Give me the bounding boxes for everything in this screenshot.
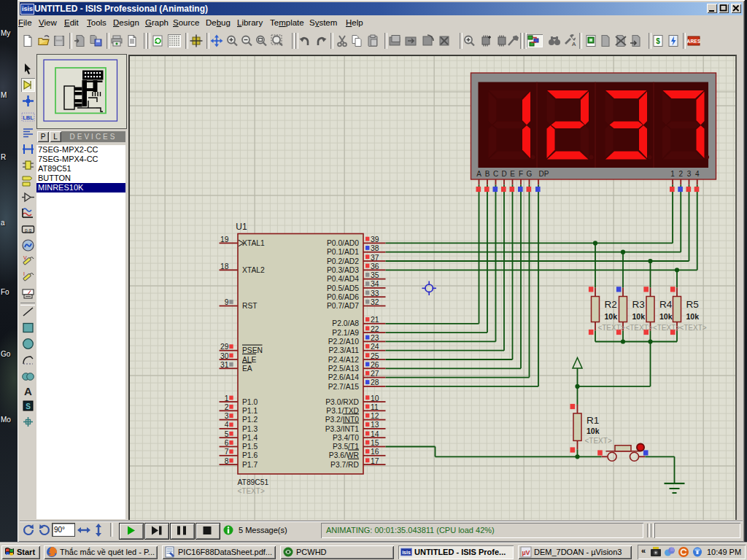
svg-text:1: 1 bbox=[224, 394, 228, 402]
svg-text:3: 3 bbox=[224, 412, 228, 420]
svg-text:P3.4/T0: P3.4/T0 bbox=[332, 433, 358, 441]
svg-text:A: A bbox=[476, 169, 481, 177]
svg-text:11: 11 bbox=[371, 402, 379, 411]
svg-text:6: 6 bbox=[224, 439, 228, 447]
svg-text:P0.6/AD6: P0.6/AD6 bbox=[326, 292, 358, 300]
svg-text:P2.7/A15: P2.7/A15 bbox=[328, 382, 359, 390]
svg-text:14: 14 bbox=[371, 429, 379, 438]
svg-text:DP: DP bbox=[538, 169, 549, 177]
svg-text:P2.6/A14: P2.6/A14 bbox=[328, 373, 359, 381]
svg-text:U1: U1 bbox=[236, 221, 247, 231]
svg-text:p.g: p.g bbox=[25, 228, 31, 233]
svg-text:<TEXT>: <TEXT> bbox=[652, 324, 679, 332]
svg-text:<TEXT>: <TEXT> bbox=[597, 324, 624, 332]
svg-text:4: 4 bbox=[224, 421, 228, 429]
svg-text:P3.7/RD: P3.7/RD bbox=[330, 460, 359, 468]
svg-text:16: 16 bbox=[371, 448, 379, 456]
svg-text:18: 18 bbox=[220, 262, 229, 270]
svg-text:17: 17 bbox=[371, 456, 379, 464]
svg-text:37: 37 bbox=[371, 253, 379, 261]
svg-text:A: A bbox=[24, 385, 32, 397]
svg-text:31: 31 bbox=[220, 360, 229, 368]
svg-text:10k: 10k bbox=[659, 311, 673, 320]
svg-text:21: 21 bbox=[371, 316, 379, 324]
svg-text:P1.1: P1.1 bbox=[242, 406, 258, 414]
svg-text:33: 33 bbox=[371, 289, 379, 297]
svg-text:R5: R5 bbox=[686, 298, 698, 309]
svg-text:P1.4: P1.4 bbox=[242, 433, 258, 441]
svg-text:R2: R2 bbox=[604, 298, 616, 309]
svg-text:P0.4/AD4: P0.4/AD4 bbox=[326, 275, 358, 283]
svg-text:P1.5: P1.5 bbox=[242, 443, 258, 451]
svg-text:P1.2: P1.2 bbox=[242, 416, 258, 424]
svg-text:13: 13 bbox=[371, 421, 379, 429]
svg-text:<TEXT>: <TEXT> bbox=[625, 324, 652, 332]
svg-text:30: 30 bbox=[220, 351, 229, 359]
svg-text:RST: RST bbox=[242, 302, 258, 310]
svg-text:R4: R4 bbox=[659, 298, 673, 309]
svg-text:10k: 10k bbox=[587, 427, 600, 435]
svg-text:32: 32 bbox=[371, 298, 379, 306]
svg-text:LBL: LBL bbox=[23, 114, 34, 121]
svg-text:P0.7/AD7: P0.7/AD7 bbox=[326, 302, 358, 310]
svg-text:35: 35 bbox=[371, 271, 379, 279]
svg-text:R3: R3 bbox=[632, 298, 644, 309]
svg-text:28: 28 bbox=[371, 378, 379, 386]
svg-text:10: 10 bbox=[371, 394, 379, 402]
svg-text:23: 23 bbox=[371, 333, 379, 341]
svg-text:7: 7 bbox=[224, 448, 228, 456]
svg-text:<TEXT>: <TEXT> bbox=[237, 487, 264, 495]
svg-text:G: G bbox=[526, 169, 532, 177]
svg-text:S: S bbox=[26, 402, 31, 411]
svg-text:25: 25 bbox=[371, 351, 379, 359]
svg-text:ALE: ALE bbox=[242, 355, 257, 363]
svg-text:P3.5/T1: P3.5/T1 bbox=[332, 443, 358, 451]
svg-text:PSEN: PSEN bbox=[242, 346, 263, 354]
svg-text:15: 15 bbox=[371, 439, 379, 447]
svg-text:P0.3/AD3: P0.3/AD3 bbox=[326, 265, 358, 273]
svg-text:D: D bbox=[501, 169, 506, 177]
svg-text:P3.3/INT1: P3.3/INT1 bbox=[325, 424, 359, 432]
svg-text:P2.1/A9: P2.1/A9 bbox=[332, 328, 359, 336]
svg-text:24: 24 bbox=[371, 343, 379, 351]
svg-text:isis: isis bbox=[402, 550, 411, 555]
svg-text:2: 2 bbox=[224, 402, 228, 411]
svg-text:2: 2 bbox=[678, 169, 683, 177]
svg-text:P1.0: P1.0 bbox=[242, 397, 258, 405]
svg-text:P1.3: P1.3 bbox=[242, 424, 258, 432]
svg-text:F: F bbox=[518, 169, 522, 177]
svg-text:3: 3 bbox=[686, 169, 691, 177]
svg-text:AT89C51: AT89C51 bbox=[237, 478, 268, 486]
svg-text:$: $ bbox=[656, 37, 660, 45]
svg-text:29: 29 bbox=[220, 343, 229, 351]
svg-text:P0.5/AD5: P0.5/AD5 bbox=[326, 284, 358, 292]
svg-text:P3.0/RXD: P3.0/RXD bbox=[325, 397, 359, 405]
svg-text:I: I bbox=[23, 271, 25, 276]
svg-text:B: B bbox=[484, 169, 489, 177]
svg-text:1: 1 bbox=[670, 169, 675, 177]
svg-text:P2.0/A8: P2.0/A8 bbox=[332, 319, 359, 327]
svg-text:C: C bbox=[492, 169, 498, 177]
svg-text:5: 5 bbox=[224, 429, 228, 438]
svg-text:P1.6: P1.6 bbox=[242, 451, 258, 459]
svg-text:9: 9 bbox=[224, 298, 228, 306]
svg-text:P0.0/AD0: P0.0/AD0 bbox=[326, 239, 358, 247]
svg-text:P2.3/A11: P2.3/A11 bbox=[328, 346, 359, 354]
svg-text:EA: EA bbox=[242, 364, 252, 372]
svg-text:<TEXT>: <TEXT> bbox=[679, 324, 706, 332]
svg-text:8: 8 bbox=[224, 456, 228, 464]
svg-text:P2.5/A13: P2.5/A13 bbox=[328, 364, 359, 372]
svg-text:E: E bbox=[510, 169, 515, 177]
svg-text:10k: 10k bbox=[686, 311, 699, 320]
svg-text:19: 19 bbox=[220, 235, 229, 243]
svg-text:XTAL1: XTAL1 bbox=[242, 239, 265, 247]
svg-text:10k: 10k bbox=[632, 311, 645, 320]
svg-text:P2.4/A12: P2.4/A12 bbox=[328, 355, 359, 363]
svg-text:10k: 10k bbox=[604, 311, 617, 320]
svg-text:26: 26 bbox=[371, 360, 379, 368]
svg-text:22: 22 bbox=[371, 324, 379, 332]
svg-text:ARES: ARES bbox=[687, 39, 700, 44]
svg-text:P0.2/AD2: P0.2/AD2 bbox=[326, 257, 358, 265]
svg-text:XTAL2: XTAL2 bbox=[242, 265, 265, 273]
svg-text:12: 12 bbox=[371, 412, 379, 420]
